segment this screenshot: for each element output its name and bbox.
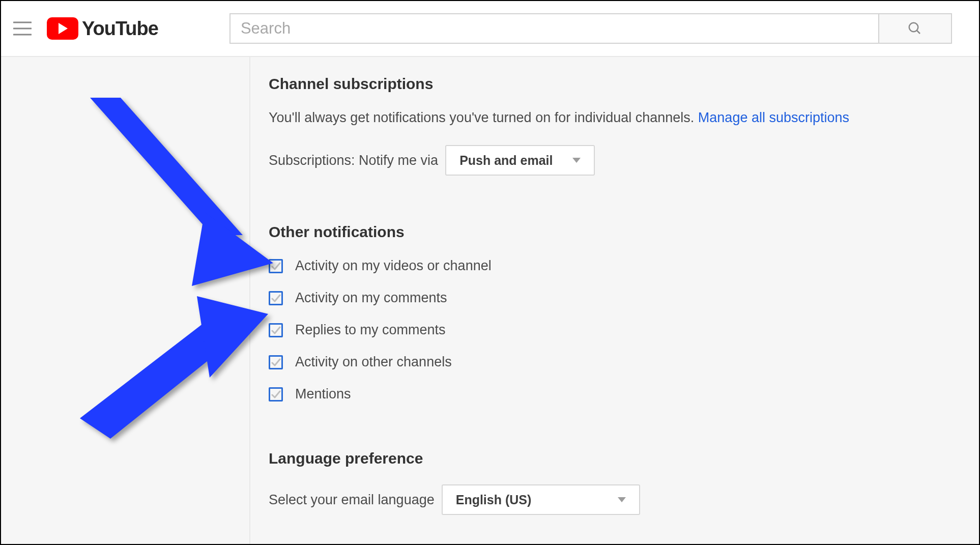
search-bar [229,13,952,44]
checkbox-label: Mentions [295,386,351,402]
checkbox-row: Activity on other channels [269,354,959,370]
section-title: Language preference [269,450,959,467]
checkbox[interactable] [269,355,283,369]
svg-marker-6 [572,158,581,163]
section-channel-subscriptions: Channel subscriptions You'll always get … [269,75,959,176]
checkbox-label: Replies to my comments [295,322,446,338]
menu-icon[interactable] [12,18,33,39]
checkbox-row: Mentions [269,386,959,402]
search-icon [907,21,923,36]
checkbox[interactable] [269,323,283,337]
section-language-preference: Language preference Select your email la… [269,450,959,515]
section-title: Other notifications [269,223,959,241]
language-row: Select your email language English (US) [269,484,959,515]
svg-point-4 [909,23,918,32]
svg-marker-3 [59,23,68,34]
chevron-down-icon [572,158,581,163]
notify-row: Subscriptions: Notify me via Push and em… [269,145,959,176]
subscriptions-description-text: You'll always get notifications you've t… [269,110,698,125]
svg-line-5 [917,31,920,34]
checkbox-label: Activity on my videos or channel [295,258,492,274]
svg-marker-7 [618,497,626,502]
other-notifications-list: Activity on my videos or channel Activit… [269,258,959,402]
notify-dropdown[interactable]: Push and email [445,145,594,176]
notify-dropdown-value: Push and email [459,153,553,168]
checkbox[interactable] [269,387,283,401]
search-input[interactable] [229,13,878,44]
checkbox-row: Replies to my comments [269,322,959,338]
checkbox[interactable] [269,259,283,273]
youtube-logo[interactable]: YouTube [47,17,158,40]
language-dropdown-value: English (US) [456,493,532,507]
checkbox-row: Activity on my videos or channel [269,258,959,274]
section-title: Channel subscriptions [269,75,959,93]
brand-text: YouTube [82,18,158,40]
subscriptions-description: You'll always get notifications you've t… [269,110,959,126]
settings-content: Channel subscriptions You'll always get … [250,57,979,544]
app-header: YouTube [1,1,979,57]
checkbox-row: Activity on my comments [269,290,959,306]
sidebar [1,57,250,544]
notify-label: Subscriptions: Notify me via [269,153,438,168]
checkbox[interactable] [269,291,283,305]
section-other-notifications: Other notifications Activity on my video… [269,223,959,402]
play-icon [47,17,78,40]
language-label: Select your email language [269,492,435,508]
checkbox-label: Activity on my comments [295,290,447,306]
checkbox-label: Activity on other channels [295,354,452,370]
main: Channel subscriptions You'll always get … [1,57,979,544]
search-button[interactable] [878,13,952,44]
manage-subscriptions-link[interactable]: Manage all subscriptions [698,110,849,125]
chevron-down-icon [618,497,626,502]
language-dropdown[interactable]: English (US) [442,484,640,515]
